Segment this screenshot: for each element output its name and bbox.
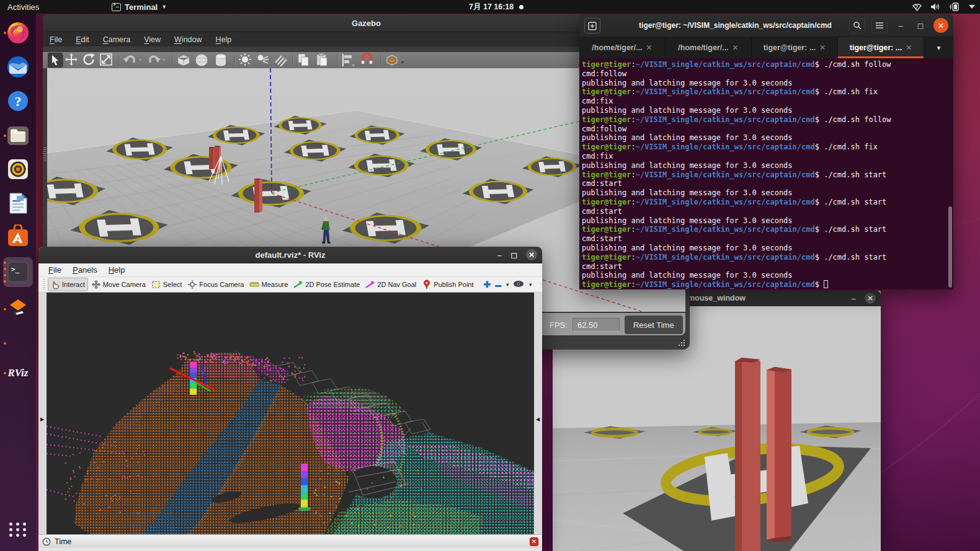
- gazebo-left-splitter[interactable]: [43, 148, 47, 161]
- maximize-icon[interactable]: ◻: [510, 251, 517, 259]
- thunderbird-icon: [6, 55, 30, 79]
- search-button[interactable]: [849, 18, 865, 33]
- new-tab-button[interactable]: [584, 18, 600, 33]
- rviz-tool-interact[interactable]: Interact: [48, 278, 88, 291]
- gazebo-menu-file[interactable]: File: [43, 35, 69, 44]
- left-panel-handle[interactable]: ▶: [38, 293, 47, 534]
- box-icon[interactable]: [178, 55, 189, 66]
- dock-item-unknown-app[interactable]: [3, 328, 33, 358]
- terminal-tab-4[interactable]: tiger@tiger: ...✕: [838, 37, 924, 58]
- tab-close-icon[interactable]: ✕: [906, 43, 912, 52]
- dock-item-show-applications[interactable]: [3, 514, 33, 544]
- terminal-app-icon: [112, 3, 121, 11]
- rviz-titlebar[interactable]: default.rviz* - RViz – ◻ ✕: [38, 247, 542, 263]
- directionallight-icon[interactable]: [275, 56, 287, 66]
- spotlight-icon[interactable]: [258, 55, 269, 64]
- caret-down-icon[interactable]: ▾: [506, 282, 509, 288]
- sphere-icon[interactable]: [196, 55, 208, 66]
- gazebo-menu-view[interactable]: View: [137, 35, 167, 44]
- reset-time-button[interactable]: Reset Time: [625, 315, 683, 334]
- rviz-tool-focus-camera[interactable]: Focus Camera: [185, 278, 246, 291]
- terminal-line: cmd:follow: [582, 69, 953, 79]
- view-caret-icon[interactable]: [401, 61, 404, 64]
- paste-icon[interactable]: [317, 53, 327, 66]
- scale-tool-icon[interactable]: [100, 54, 112, 65]
- system-tray[interactable]: ?: [912, 2, 975, 12]
- clock[interactable]: 7月 17 16:18: [469, 2, 523, 12]
- rviz-render[interactable]: [47, 293, 534, 534]
- rviz-time-panel-header[interactable]: Time ✕: [38, 534, 542, 548]
- snap-icon[interactable]: [362, 54, 372, 64]
- maximize-button[interactable]: ◻: [914, 21, 927, 30]
- tab-list-button[interactable]: ▼: [924, 37, 953, 58]
- dock-item-help[interactable]: ?: [3, 86, 33, 116]
- rotate-tool-icon[interactable]: [84, 53, 96, 64]
- select-tool-icon[interactable]: [48, 53, 63, 68]
- dock-item-ubuntu-software[interactable]: [3, 222, 33, 252]
- view-angle-icon[interactable]: [387, 55, 397, 65]
- gazebo-menu-help[interactable]: Help: [209, 35, 239, 44]
- rviz-tool-move-camera[interactable]: Move Camera: [89, 278, 148, 291]
- rviz-tool-2d-pose-estimate[interactable]: 2D Pose Estimate: [292, 278, 362, 291]
- move-tool-icon[interactable]: [65, 53, 78, 66]
- close-icon[interactable]: ✕: [865, 293, 876, 304]
- app-menu[interactable]: Terminal ▼: [112, 2, 167, 12]
- rviz-tool-publish-point[interactable]: Publish Point: [420, 278, 476, 291]
- dock-item-gazebo[interactable]: [3, 294, 33, 324]
- pointlight-icon[interactable]: [239, 53, 251, 66]
- rviz-tool-2d-nav-goal[interactable]: 2D Nav Goal: [363, 278, 419, 291]
- dock-item-rhythmbox[interactable]: [3, 154, 33, 184]
- minimize-button[interactable]: –: [894, 21, 907, 30]
- rviz-tool-select[interactable]: Select: [149, 278, 185, 291]
- caret-down-icon[interactable]: ▾: [529, 282, 532, 288]
- ubuntu-software-icon: [6, 224, 30, 249]
- publish-point-icon: [422, 280, 432, 289]
- fps-value-field[interactable]: 62.50: [572, 318, 620, 332]
- redo-caret-icon[interactable]: [163, 59, 166, 61]
- gazebo-menu-camera[interactable]: Camera: [96, 35, 137, 44]
- rviz-menu-file[interactable]: File: [43, 265, 67, 275]
- dock-item-terminal[interactable]: >_: [3, 257, 33, 287]
- tab-close-icon[interactable]: ✕: [646, 43, 653, 52]
- toolbar-grip[interactable]: [43, 280, 45, 290]
- terminal-tab-2[interactable]: /home/tiger/...✕: [666, 37, 752, 58]
- dock-item-thunderbird[interactable]: [3, 52, 33, 82]
- cylinder-icon[interactable]: [216, 55, 226, 66]
- dock-item-firefox[interactable]: [3, 18, 33, 48]
- rviz-tool-measure[interactable]: Measure: [247, 278, 290, 291]
- undo-caret-icon[interactable]: [139, 59, 142, 61]
- rviz-menu-help[interactable]: Help: [103, 265, 131, 275]
- app-menu-label: Terminal: [125, 2, 158, 12]
- gazebo-menu-edit[interactable]: Edit: [69, 35, 96, 44]
- right-panel-handle[interactable]: ◀: [534, 293, 542, 534]
- dock-item-rviz[interactable]: RViz: [3, 358, 33, 388]
- tab-close-icon[interactable]: ✕: [819, 43, 826, 52]
- activities-button[interactable]: Activities: [0, 0, 47, 14]
- remove-tool-button[interactable]: ▬: [495, 281, 501, 288]
- redo-icon[interactable]: [150, 56, 161, 63]
- terminal-tab-1[interactable]: /home/tiger/...✕: [579, 37, 666, 58]
- rviz-menu-panels[interactable]: Panels: [67, 265, 103, 275]
- undo-icon[interactable]: [123, 56, 134, 63]
- dock-item-libreoffice-writer[interactable]: [3, 188, 33, 218]
- minimize-icon[interactable]: –: [497, 251, 502, 259]
- menu-button[interactable]: [871, 18, 888, 33]
- close-button[interactable]: ✕: [933, 18, 948, 33]
- gazebo-resize-grip[interactable]: [678, 339, 685, 346]
- align-icon[interactable]: [343, 54, 355, 67]
- tool-label: Move Camera: [103, 281, 146, 288]
- copy-icon[interactable]: [298, 54, 308, 66]
- close-icon[interactable]: ✕: [526, 249, 537, 260]
- terminal-headerbar[interactable]: tiger@tiger: ~/VISIM_single/catkin_ws/sr…: [579, 14, 953, 37]
- dock-item-files[interactable]: [3, 121, 33, 151]
- minimize-icon[interactable]: –: [852, 294, 856, 302]
- terminal-scrollbar[interactable]: [948, 206, 952, 288]
- tool-properties-button[interactable]: [513, 280, 524, 289]
- tab-close-icon[interactable]: ✕: [733, 43, 739, 52]
- time-panel-close-button[interactable]: ✕: [530, 537, 538, 546]
- terminal-tab-3[interactable]: tiger@tiger: ...✕: [752, 37, 838, 58]
- terminal-body[interactable]: tiger@tiger:~/VISIM_single/catkin_ws/src…: [579, 58, 953, 289]
- gazebo-menu-window[interactable]: Window: [167, 35, 208, 44]
- add-tool-button[interactable]: ✚: [484, 280, 491, 289]
- gazebo-title: Gazebo: [352, 19, 381, 28]
